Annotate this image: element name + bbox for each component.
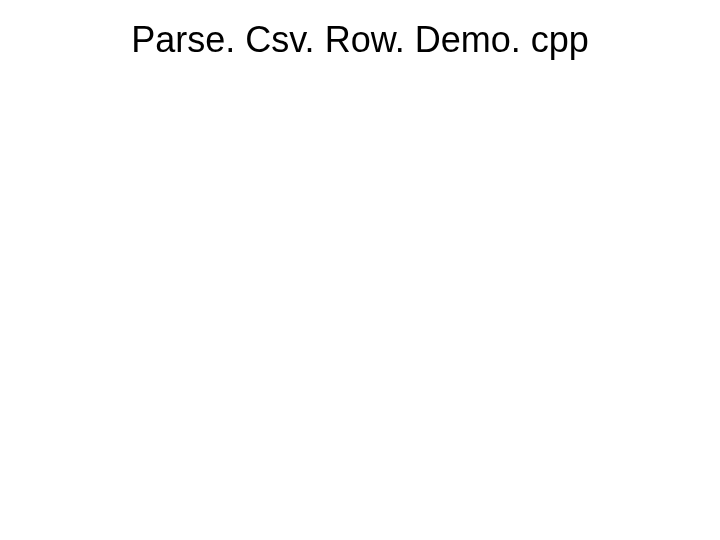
slide: Parse. Csv. Row. Demo. cpp — [0, 0, 720, 540]
slide-title: Parse. Csv. Row. Demo. cpp — [0, 18, 720, 61]
